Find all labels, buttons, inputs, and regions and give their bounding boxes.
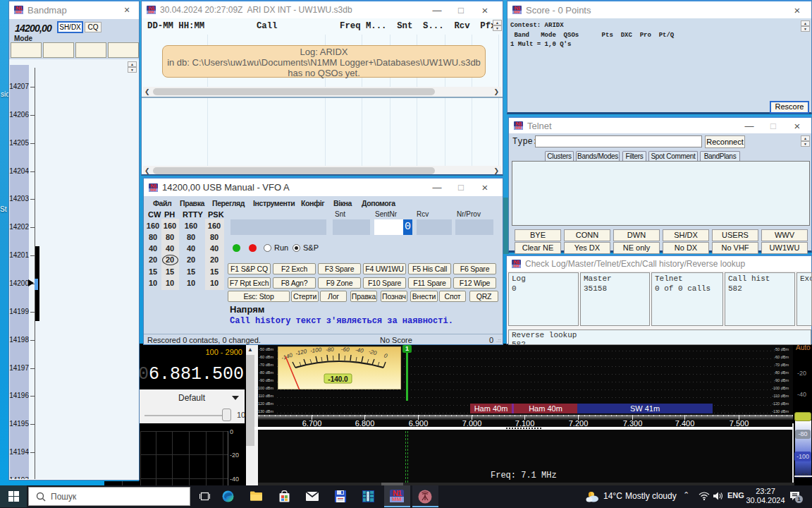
svg-text:-40: -40 (355, 346, 364, 354)
svg-text:-80: -80 (326, 346, 335, 353)
svg-text:-60: -60 (341, 346, 350, 353)
svg-text:-140.0: -140.0 (328, 375, 348, 383)
